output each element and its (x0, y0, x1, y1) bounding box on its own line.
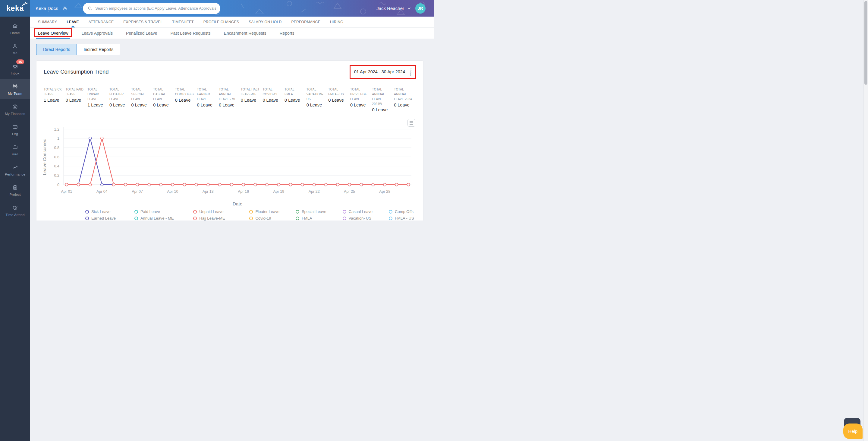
legend-label: Sick Leave (91, 209, 111, 214)
svg-text:Apr 22: Apr 22 (309, 189, 320, 194)
tab-profile-changes[interactable]: PROFILE CHANGES (204, 17, 239, 27)
legend-item-unpaid-leave[interactable]: Unpaid Leave (193, 209, 233, 214)
stat-total-comp-offs: TOTAL COMP OFFS0 Leave (175, 87, 197, 112)
svg-text:Apr 16: Apr 16 (238, 189, 249, 194)
avatar[interactable]: JR (415, 3, 426, 13)
tab-timesheet[interactable]: TIMESHEET (172, 17, 193, 27)
legend-item-fmla[interactable]: FMLA (296, 216, 327, 220)
svg-text:Apr 04: Apr 04 (96, 189, 107, 194)
sidebar-item-project[interactable]: Project (0, 180, 30, 200)
tab-attendance[interactable]: ATTENDANCE (89, 17, 114, 27)
tab-summary[interactable]: SUMMARY (38, 17, 57, 27)
top-bar-gradient: Keka Docs Jack Reacher JR (30, 0, 434, 17)
sidebar-item-inbox[interactable]: Inbox15 (0, 59, 30, 79)
svg-text:Apr 01: Apr 01 (61, 189, 72, 194)
legend-item-fmla-us[interactable]: FMLA - US (389, 216, 414, 220)
stat-value: 1 Leave (87, 102, 106, 108)
tab-performance[interactable]: PERFORMANCE (291, 17, 320, 27)
stat-total-annual-leave-2024: TOTAL ANNUAL LEAVE 20240 Leave (394, 87, 416, 112)
tab-leave[interactable]: LEAVE (67, 17, 79, 27)
tab-salary-on-hold[interactable]: SALARY ON HOLD (249, 17, 281, 27)
legend-item-special-leave[interactable]: Special Leave (296, 209, 327, 214)
sidebar-item-label: Project (9, 193, 21, 196)
legend-column: Unpaid LeaveHajj Leave-MEAnnual Leave 20… (193, 209, 233, 220)
inbox-badge: 15 (16, 59, 24, 64)
sidebar-item-me[interactable]: Me (0, 39, 30, 59)
module-tab-bar: SUMMARYLEAVEATTENDANCEEXPENSES & TRAVELT… (30, 17, 434, 28)
user-name: Jack Reacher (376, 6, 404, 11)
svg-text:Leave Consumed: Leave Consumed (42, 139, 47, 175)
legend-item-earned-leave[interactable]: Earned Leave (85, 216, 118, 220)
legend-item-floater-leave[interactable]: Floater Leave (249, 209, 279, 214)
gear-icon[interactable] (62, 5, 68, 11)
sidebar-item-time-attend[interactable]: Time Attend (0, 200, 30, 220)
stat-value: 0 Leave (372, 108, 391, 112)
legend-item-annual-leave-me[interactable]: Annual Leave - ME (134, 216, 177, 220)
svg-text:1: 1 (57, 136, 59, 141)
app-title: Keka Docs (36, 6, 58, 11)
legend-label: Special Leave (302, 209, 327, 214)
stat-label: TOTAL HAJJ LEAVE-ME (241, 87, 260, 97)
legend-item-casual-leave[interactable]: Casual Leave (343, 209, 373, 214)
stat-label: TOTAL PRIVILEGE LEAVE (350, 87, 369, 102)
sidebar-item-org[interactable]: Org (0, 119, 30, 140)
search-input[interactable] (95, 6, 216, 10)
subtab-reports[interactable]: Reports (279, 28, 294, 39)
legend-label: Annual Leave - ME (141, 216, 174, 220)
subtab-leave-approvals[interactable]: Leave Approvals (82, 28, 113, 39)
stat-value: 0 Leave (219, 102, 238, 108)
card-header: Leave Consumption Trend 01 Apr 2024 - 30… (36, 61, 423, 83)
leave-subtab-bar: Leave OverviewLeave ApprovalsPenalized L… (30, 28, 434, 39)
subtab-encashment-requests[interactable]: Encashment Requests (224, 28, 267, 39)
user-menu[interactable]: Jack Reacher JR (376, 3, 426, 13)
legend-marker-icon (85, 216, 89, 220)
sidebar-item-my-team[interactable]: My Team (0, 79, 30, 99)
legend-label: Earned Leave (91, 216, 116, 220)
stat-value: 0 Leave (284, 98, 304, 102)
subtab-past-leave-requests[interactable]: Past Leave Requests (170, 28, 210, 39)
direct-reports-button[interactable]: Direct Reports (36, 44, 77, 55)
svg-text:Apr 25: Apr 25 (344, 189, 355, 194)
tab-expenses-travel[interactable]: EXPENSES & TRAVEL (123, 17, 162, 27)
sidebar-item-performance[interactable]: Performance (0, 160, 30, 180)
chart-menu-button[interactable] (407, 119, 415, 127)
svg-text:0.2: 0.2 (54, 173, 59, 178)
legend-item-comp-offs[interactable]: Comp Offs (389, 209, 414, 214)
date-range-selector[interactable]: 01 Apr 2024 - 30 Apr 2024 (350, 65, 416, 79)
legend-item-covid-19[interactable]: Covid-19 (249, 216, 279, 220)
sidebar-item-home[interactable]: Home (0, 19, 30, 39)
sidebar-item-label: Me (13, 51, 18, 55)
legend-item-vacation-us[interactable]: Vacation- US (343, 216, 373, 220)
indirect-reports-button[interactable]: Indirect Reports (77, 44, 120, 55)
logo-spark-icon (22, 1, 28, 6)
subtab-leave-overview[interactable]: Leave Overview (38, 28, 68, 39)
stat-value: 0 Leave (262, 98, 281, 102)
sidebar-item-label: Home (10, 31, 20, 35)
sidebar-item-label: Org (12, 132, 18, 136)
tab-hiring[interactable]: HIRING (330, 17, 343, 27)
subtab-penalized-leave[interactable]: Penalized Leave (126, 28, 157, 39)
stat-label: TOTAL VACATION- US (307, 87, 326, 102)
legend-item-hajj-leave-me[interactable]: Hajj Leave-ME (193, 216, 233, 220)
legend-item-paid-leave[interactable]: Paid Leave (134, 209, 177, 214)
legend-marker-icon (296, 216, 299, 220)
legend-marker-icon (343, 216, 346, 220)
hire-icon (12, 144, 19, 150)
kebab-menu-icon[interactable] (410, 68, 411, 76)
stat-label: TOTAL ANNUAL LEAVE - ME (219, 87, 238, 102)
stat-total-annual-leave-2024w: TOTAL ANNUAL LEAVE 2024W0 Leave (372, 87, 394, 112)
legend-marker-icon (134, 216, 138, 220)
svg-text:Apr 19: Apr 19 (273, 189, 284, 194)
sidebar-item-hire[interactable]: Hire (0, 140, 30, 160)
keka-logo[interactable]: keka (0, 0, 30, 17)
stat-value: 0 Leave (394, 102, 413, 108)
stat-total-fmla: TOTAL FMLA0 Leave (284, 87, 307, 112)
stat-value: 0 Leave (110, 102, 128, 108)
user-icon (12, 43, 19, 50)
stat-value: 0 Leave (131, 102, 150, 108)
search-icon (87, 6, 93, 11)
legend-item-sick-leave[interactable]: Sick Leave (85, 209, 118, 214)
stat-value: 0 Leave (241, 98, 260, 102)
sidebar-item-label: Hire (12, 152, 19, 156)
sidebar-item-my-finances[interactable]: My Finances (0, 99, 30, 119)
